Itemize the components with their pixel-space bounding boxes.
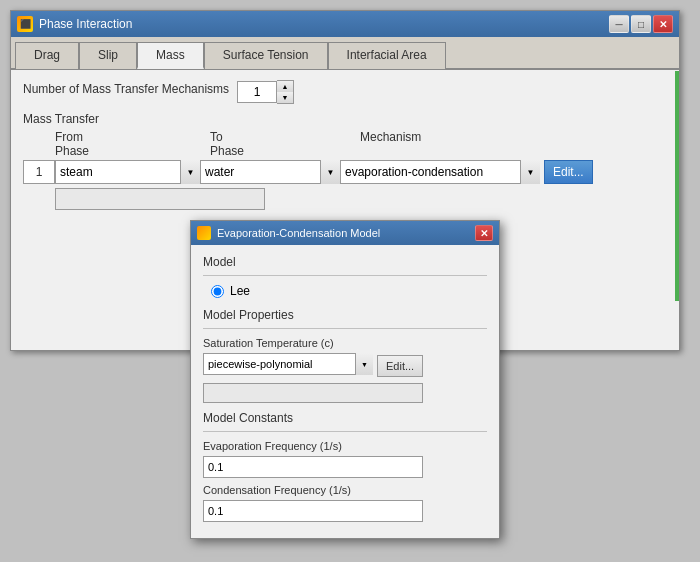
tab-slip[interactable]: Slip xyxy=(79,42,137,69)
constants-divider xyxy=(203,431,487,432)
to-header: To Phase xyxy=(210,130,360,158)
evap-freq-input[interactable] xyxy=(203,456,423,478)
tab-interfacial-area[interactable]: Interfacial Area xyxy=(328,42,446,69)
sub-dialog: Evaporation-Condensation Model ✕ Model L… xyxy=(190,220,500,539)
sub-close-button[interactable]: ✕ xyxy=(475,225,493,241)
num-mechanisms-spinner[interactable]: ▲ ▼ xyxy=(237,80,294,104)
from-phase-combo[interactable]: steam water ▼ xyxy=(55,160,200,184)
mass-transfer-label: Mass Transfer xyxy=(23,112,667,126)
tab-surface-tension[interactable]: Surface Tension xyxy=(204,42,328,69)
sub-app-icon xyxy=(197,226,211,240)
cond-freq-label: Condensation Frequency (1/s) xyxy=(203,484,487,496)
row-number: 1 xyxy=(23,160,55,184)
minimize-button[interactable]: ─ xyxy=(609,15,629,33)
from-header: From Phase xyxy=(55,130,210,158)
num-mechanisms-input[interactable] xyxy=(237,81,277,103)
evap-freq-label: Evaporation Frequency (1/s) xyxy=(203,440,487,452)
lee-label: Lee xyxy=(230,284,250,298)
model-section-label: Model xyxy=(203,255,487,269)
from-phase-select[interactable]: steam water xyxy=(55,160,200,184)
spinner-down[interactable]: ▼ xyxy=(277,92,293,103)
edit-button[interactable]: Edit... xyxy=(544,160,593,184)
title-bar-left: ⬛ Phase Interaction xyxy=(17,16,132,32)
cond-freq-input[interactable] xyxy=(203,500,423,522)
window-title: Phase Interaction xyxy=(39,17,132,31)
tabs-bar: Drag Slip Mass Surface Tension Interfaci… xyxy=(11,37,679,70)
num-mechanisms-row: Number of Mass Transfer Mechanisms ▲ ▼ xyxy=(23,80,667,104)
sub-title-bar: Evaporation-Condensation Model ✕ xyxy=(191,221,499,245)
app-icon: ⬛ xyxy=(17,16,33,32)
model-constants-label: Model Constants xyxy=(203,411,487,425)
to-phase-combo[interactable]: water steam ▼ xyxy=(200,160,340,184)
lee-radio-row: Lee xyxy=(203,284,487,298)
sub-window-title: Evaporation-Condensation Model xyxy=(217,227,380,239)
title-controls: ─ □ ✕ xyxy=(609,15,673,33)
model-divider xyxy=(203,275,487,276)
title-bar: ⬛ Phase Interaction ─ □ ✕ xyxy=(11,11,679,37)
lee-radio[interactable] xyxy=(211,285,224,298)
extra-input[interactable] xyxy=(55,188,265,210)
model-properties-label: Model Properties xyxy=(203,308,487,322)
data-row: 1 steam water ▼ water steam ▼ evaporatio… xyxy=(23,160,667,184)
sat-temp-select[interactable]: piecewise-polynomial constant expression xyxy=(203,353,373,375)
sat-temp-text-input[interactable] xyxy=(203,383,423,403)
green-indicator-bar xyxy=(675,71,679,301)
close-button[interactable]: ✕ xyxy=(653,15,673,33)
spinner-buttons: ▲ ▼ xyxy=(277,80,294,104)
mechanism-combo[interactable]: evaporation-condensation condensation ev… xyxy=(340,160,540,184)
sub-title-left: Evaporation-Condensation Model xyxy=(197,226,380,240)
sat-temp-label: Saturation Temperature (c) xyxy=(203,337,487,349)
mechanism-select[interactable]: evaporation-condensation condensation ev… xyxy=(340,160,540,184)
spinner-up[interactable]: ▲ xyxy=(277,81,293,92)
tab-drag[interactable]: Drag xyxy=(15,42,79,69)
properties-divider xyxy=(203,328,487,329)
tab-mass[interactable]: Mass xyxy=(137,42,204,69)
maximize-button[interactable]: □ xyxy=(631,15,651,33)
sat-temp-edit-button[interactable]: Edit... xyxy=(377,355,423,377)
to-phase-select[interactable]: water steam xyxy=(200,160,340,184)
sub-content: Model Lee Model Properties Saturation Te… xyxy=(191,245,499,538)
extra-row xyxy=(55,188,667,210)
column-headers: From Phase To Phase Mechanism xyxy=(23,130,667,158)
num-mechanisms-label: Number of Mass Transfer Mechanisms xyxy=(23,82,229,96)
sat-temp-combo[interactable]: piecewise-polynomial constant expression… xyxy=(203,353,373,375)
mechanism-header: Mechanism xyxy=(360,130,667,158)
